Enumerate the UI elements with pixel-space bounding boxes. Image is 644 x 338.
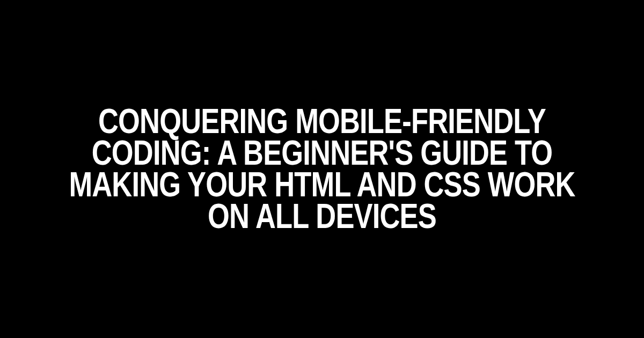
page-title: Conquering Mobile-Friendly Coding: A Beg… bbox=[58, 106, 586, 232]
